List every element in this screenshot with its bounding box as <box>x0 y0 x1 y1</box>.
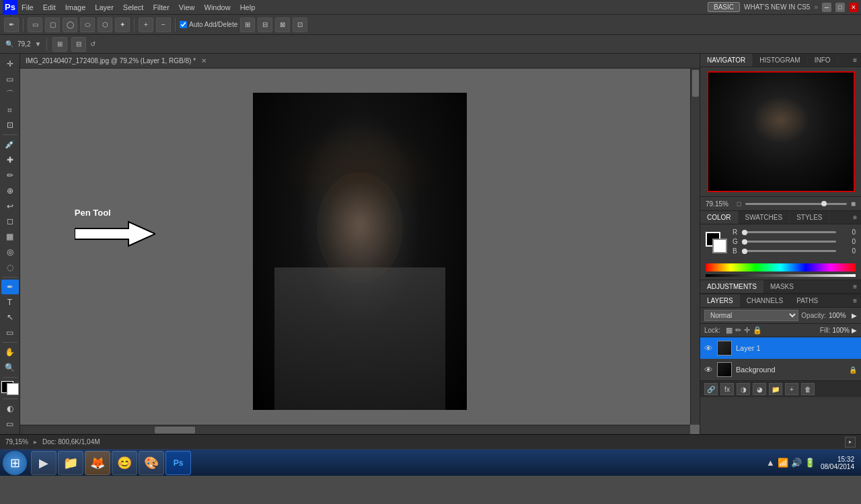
select-marquee-tool[interactable]: ▭ <box>1 72 19 87</box>
menu-layer[interactable]: Layer <box>95 3 114 11</box>
quick-mask-tool[interactable]: ◐ <box>1 401 19 416</box>
whats-new-button[interactable]: WHAT'S NEW IN CS5 <box>744 3 810 11</box>
opacity-stepper[interactable]: ▶ <box>852 312 857 319</box>
shape-oval-icon[interactable]: ⬭ <box>80 17 95 32</box>
status-expand-icon[interactable]: ▸ <box>845 437 856 448</box>
more-icon[interactable]: » <box>814 3 818 11</box>
zoom-slider[interactable] <box>745 200 847 208</box>
fg-bg-swatches[interactable] <box>706 232 727 253</box>
tab-masks[interactable]: MASKS <box>763 280 800 293</box>
tab-histogram[interactable]: HISTOGRAM <box>753 54 807 67</box>
layer-style-button[interactable]: fx <box>720 383 734 395</box>
eraser-tool[interactable]: ◻ <box>1 214 19 228</box>
menu-view[interactable]: View <box>179 3 195 11</box>
tab-layers[interactable]: LAYERS <box>700 294 740 307</box>
color-expand-icon[interactable]: ≡ <box>849 211 861 224</box>
tab-info[interactable]: INFO <box>808 54 838 67</box>
lasso-tool[interactable]: ⌒ <box>1 87 19 102</box>
path-select-tool[interactable]: ↖ <box>1 310 19 325</box>
menu-select[interactable]: Select <box>123 3 144 11</box>
zoom-out-icon[interactable]: ◻ <box>737 200 741 207</box>
text-tool[interactable]: T <box>1 295 19 310</box>
auto-add-delete-checkbox[interactable]: Auto Add/Delete <box>180 21 237 28</box>
pen-add-icon[interactable]: + <box>139 17 153 32</box>
layer-row-background[interactable]: 👁 Background 🔒 <box>700 359 861 380</box>
dodge-tool[interactable]: ◌ <box>1 260 19 275</box>
taskbar-app4[interactable]: 😊 <box>112 451 137 475</box>
layer-mask-button[interactable]: ◑ <box>737 383 750 395</box>
move-tool[interactable]: ✛ <box>1 56 19 71</box>
layer-group-button[interactable]: 📁 <box>769 383 782 395</box>
shape-round-icon[interactable]: ▢ <box>45 17 60 32</box>
shape-rect-icon[interactable]: ▭ <box>28 17 42 32</box>
menu-filter[interactable]: Filter <box>153 3 169 11</box>
taskbar-network-icon[interactable]: 📶 <box>778 458 788 468</box>
crop-tool[interactable]: ⊡ <box>1 118 19 132</box>
taskbar-firefox[interactable]: 🦊 <box>85 451 110 475</box>
gradient-tool[interactable]: ▦ <box>1 229 19 244</box>
hand-tool[interactable]: ✋ <box>1 345 19 360</box>
layer1-visibility-icon[interactable]: 👁 <box>704 343 713 353</box>
layers-expand-icon[interactable]: ≡ <box>849 294 861 307</box>
tab-navigator[interactable]: NAVIGATOR <box>700 54 753 67</box>
tab-styles[interactable]: STYLES <box>790 211 829 224</box>
maximize-button[interactable]: □ <box>835 3 845 12</box>
taskbar-paint[interactable]: 🎨 <box>139 451 164 475</box>
tab-channels[interactable]: CHANNELS <box>740 294 790 307</box>
taskbar-media-player[interactable]: ▶ <box>31 451 57 475</box>
vertical-scrollbar[interactable] <box>690 69 700 425</box>
tab-paths[interactable]: PATHS <box>790 294 825 307</box>
zoom-dropdown-icon[interactable]: ▼ <box>34 40 41 48</box>
menu-edit[interactable]: Edit <box>43 3 56 11</box>
heal-tool[interactable]: ✚ <box>1 153 19 167</box>
horizontal-scrollbar[interactable] <box>20 425 690 434</box>
adj-expand-icon[interactable]: ≡ <box>849 280 861 293</box>
g-slider[interactable] <box>742 239 836 245</box>
background-visibility-icon[interactable]: 👁 <box>704 365 713 375</box>
menu-image[interactable]: Image <box>65 3 86 11</box>
shape-circle-icon[interactable]: ◯ <box>63 17 77 32</box>
taskbar-photoshop[interactable]: Ps <box>165 451 191 475</box>
background-color[interactable] <box>7 383 19 395</box>
tab-swatches[interactable]: SWATCHES <box>739 211 790 224</box>
taskbar-clock[interactable]: 15:32 08/04/2014 <box>821 456 854 470</box>
path-intersect-icon[interactable]: ⊠ <box>275 17 290 32</box>
basic-button[interactable]: BASIC <box>708 2 740 12</box>
delete-layer-button[interactable]: 🗑 <box>801 383 815 395</box>
tab-adjustments[interactable]: ADJUSTMENTS <box>700 280 763 293</box>
close-button[interactable]: ✕ <box>849 3 858 12</box>
b-slider[interactable] <box>742 249 836 254</box>
blur-tool[interactable]: ◎ <box>1 245 19 259</box>
taskbar-arrow-icon[interactable]: ▲ <box>766 458 775 468</box>
h-scroll-thumb[interactable] <box>155 427 195 433</box>
lock-paint-icon[interactable]: ✏ <box>735 326 741 335</box>
new-layer-button[interactable]: + <box>785 383 798 395</box>
link-layers-button[interactable]: 🔗 <box>704 383 718 395</box>
lock-transparent-icon[interactable]: ▦ <box>726 326 733 335</box>
fill-stepper[interactable]: ▶ <box>852 327 857 334</box>
lock-all-icon[interactable]: 🔒 <box>753 326 762 335</box>
path-exclude-icon[interactable]: ⊡ <box>293 17 307 32</box>
layout-icon-1[interactable]: ⊞ <box>52 37 67 52</box>
v-scroll-thumb[interactable] <box>692 70 699 97</box>
taskbar-battery-icon[interactable]: 🔋 <box>804 458 815 468</box>
adjustment-layer-button[interactable]: ◕ <box>753 383 766 395</box>
zoom-in-icon[interactable]: ◼ <box>851 200 856 207</box>
r-slider[interactable] <box>742 230 836 235</box>
shape-custom-icon[interactable]: ✦ <box>115 17 130 32</box>
menu-window[interactable]: Window <box>204 3 231 11</box>
zoom-tool[interactable]: 🔍 <box>1 360 19 375</box>
eyedropper-tool[interactable]: 💉 <box>1 137 19 152</box>
history-brush-tool[interactable]: ↩ <box>1 199 19 214</box>
path-subtract-icon[interactable]: ⊟ <box>258 17 272 32</box>
tab-color[interactable]: COLOR <box>700 211 739 224</box>
background-swatch[interactable] <box>712 239 727 253</box>
taskbar-file-explorer[interactable]: 📁 <box>58 451 83 475</box>
pen-tool[interactable]: ✒ <box>1 280 19 294</box>
shape-poly-icon[interactable]: ⬡ <box>98 17 112 32</box>
navigator-expand-icon[interactable]: ≡ <box>849 54 861 67</box>
brush-tool[interactable]: ✏ <box>1 168 19 183</box>
pen-tool-active[interactable]: ✒ <box>4 17 19 32</box>
menu-file[interactable]: File <box>22 3 34 11</box>
lock-move-icon[interactable]: ✛ <box>744 326 750 335</box>
